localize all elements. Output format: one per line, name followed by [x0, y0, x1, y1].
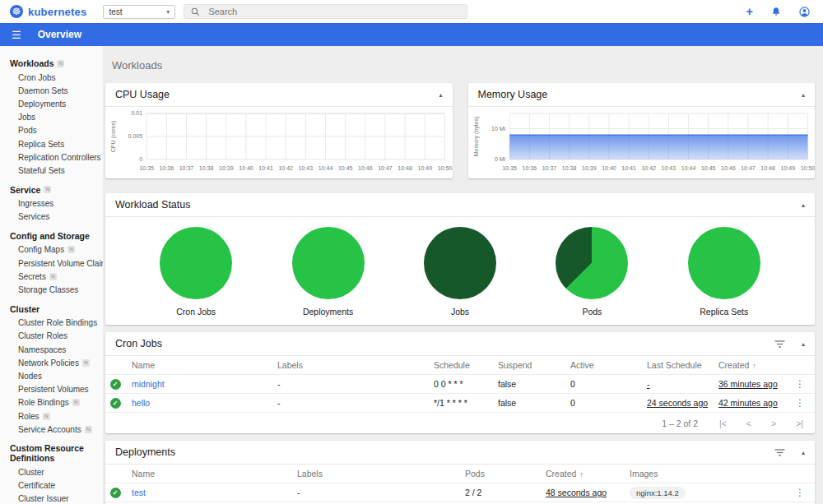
sidebar-item-ingresses[interactable]: Ingresses: [0, 197, 103, 210]
column-header-labels: Labels: [277, 360, 434, 370]
created-link[interactable]: 42 minutes ago: [718, 398, 778, 408]
pie-label: Cron Jobs: [176, 307, 216, 317]
sidebar-section-custom-resource-definitions[interactable]: Custom Resource Definitions: [0, 440, 103, 465]
sidebar-section-workloads[interactable]: WorkloadsN: [0, 55, 103, 71]
column-header-created[interactable]: Created↑: [718, 360, 792, 370]
sidebar-item-cluster-role-bindings[interactable]: Cluster Role Bindings: [0, 317, 103, 330]
sidebar-item-service-accounts[interactable]: Service AccountsN: [0, 423, 103, 436]
collapse-caret-icon[interactable]: ▴: [802, 340, 805, 348]
menu-hamburger-icon[interactable]: ☰: [12, 30, 21, 40]
svg-text:10:43: 10:43: [661, 165, 676, 171]
prev-page-button[interactable]: <: [746, 418, 751, 428]
row-menu-button[interactable]: ⋮: [792, 397, 815, 409]
sidebar-item-namespaces[interactable]: Namespaces: [0, 343, 103, 356]
last_schedule-link[interactable]: -: [647, 379, 650, 389]
sidebar-item-persistent-volumes[interactable]: Persistent Volumes: [0, 383, 103, 396]
collapse-caret-icon[interactable]: ▴: [439, 91, 442, 99]
sidebar-item-roles[interactable]: RolesN: [0, 409, 103, 423]
notifications-bell-icon[interactable]: [771, 7, 781, 17]
sidebar-item-network-policies[interactable]: Network PoliciesN: [0, 356, 103, 369]
sidebar-section-config-and-storage[interactable]: Config and Storage: [0, 228, 103, 243]
created-link[interactable]: 48 seconds ago: [546, 488, 607, 497]
sort-ascending-icon: ↑: [579, 470, 584, 479]
namespace-select[interactable]: test ▾: [103, 5, 175, 19]
pie-chart: [688, 227, 760, 299]
sidebar-item-daemon-sets[interactable]: Daemon Sets: [0, 84, 103, 97]
svg-text:Memory (bytes): Memory (bytes): [473, 117, 480, 157]
sidebar-item-certificate[interactable]: Certificate: [0, 479, 103, 492]
search-icon: [191, 7, 200, 16]
sidebar-item-cluster[interactable]: Cluster: [0, 465, 103, 479]
sidebar-item-cluster-issuer[interactable]: Cluster Issuer: [0, 492, 103, 504]
svg-text:10:50: 10:50: [438, 165, 453, 171]
row-menu-button[interactable]: ⋮: [792, 378, 815, 390]
column-header-created[interactable]: Created↑: [546, 469, 630, 479]
sidebar-item-persistent-volume-claims[interactable]: Persistent Volume ClaimsN: [0, 257, 103, 270]
sidebar-item-cluster-roles[interactable]: Cluster Roles: [0, 330, 103, 343]
filter-icon[interactable]: [774, 340, 785, 348]
suspend-cell: false: [498, 379, 570, 389]
kubernetes-logo[interactable]: ☸ kubernetes: [0, 5, 86, 18]
table-header-row: NameLabelsPodsCreated↑Images: [105, 465, 815, 483]
last_schedule-link[interactable]: 24 seconds ago: [647, 398, 708, 408]
pie-label: Replica Sets: [700, 307, 748, 317]
column-header-name: Name: [132, 469, 297, 479]
active-cell: 0: [570, 398, 647, 408]
last-page-button[interactable]: >|: [796, 418, 803, 428]
sidebar-item-replica-sets[interactable]: Replica Sets: [0, 137, 103, 150]
created-cell: 48 seconds ago: [546, 488, 630, 497]
resource-name-link[interactable]: midnight: [132, 379, 165, 389]
next-page-button[interactable]: >: [771, 418, 776, 428]
main-content: Workloads CPU Usage ▴ 00.0050.0110:3510:…: [103, 46, 823, 504]
svg-text:10:41: 10:41: [621, 165, 636, 171]
sidebar-item-replication-controllers[interactable]: Replication Controllers: [0, 150, 103, 164]
status-cell: ✓: [105, 488, 132, 498]
sidebar-item-role-bindings[interactable]: Role BindingsN: [0, 396, 103, 409]
sidebar-item-config-maps[interactable]: Config MapsN: [0, 243, 103, 257]
namespaced-badge: N: [44, 186, 51, 193]
cpu-usage-chart: 00.0050.0110:3510:3610:3710:3810:3910:40…: [105, 109, 453, 178]
sidebar-item-deployments[interactable]: Deployments: [0, 97, 103, 110]
sidebar-item-pods[interactable]: Pods: [0, 124, 103, 137]
svg-text:10:50: 10:50: [800, 165, 815, 171]
sidebar-item-secrets[interactable]: SecretsN: [0, 270, 103, 283]
svg-text:10:36: 10:36: [522, 165, 537, 171]
sidebar-item-services[interactable]: Services: [0, 210, 103, 224]
sidebar-item-cron-jobs[interactable]: Cron Jobs: [0, 71, 103, 84]
sidebar-item-jobs[interactable]: Jobs: [0, 111, 103, 124]
filter-icon[interactable]: [774, 449, 785, 456]
pods-cell: 2 / 2: [465, 488, 546, 497]
svg-text:10:47: 10:47: [741, 165, 756, 171]
chevron-down-icon: ▾: [166, 8, 170, 16]
sidebar-item-storage-classes[interactable]: Storage Classes: [0, 283, 103, 296]
collapse-caret-icon[interactable]: ▴: [802, 91, 805, 99]
collapse-caret-icon[interactable]: ▴: [802, 449, 805, 456]
resource-name-link[interactable]: hello: [132, 398, 150, 408]
row-menu-button[interactable]: ⋮: [792, 487, 815, 498]
search-bar[interactable]: [184, 4, 467, 19]
svg-text:10:40: 10:40: [602, 165, 616, 171]
sidebar-item-nodes[interactable]: Nodes: [0, 369, 103, 382]
workload-status-title: Workload Status: [115, 199, 190, 210]
svg-text:10:44: 10:44: [319, 165, 333, 171]
created-cell: 36 minutes ago: [718, 379, 792, 389]
sidebar-section-cluster[interactable]: Cluster: [0, 301, 103, 317]
svg-text:10:43: 10:43: [299, 165, 314, 171]
sidebar-item-stateful-sets[interactable]: Stateful Sets: [0, 164, 103, 177]
cpu-usage-title: CPU Usage: [115, 89, 170, 100]
namespaced-badge: N: [67, 246, 75, 253]
workload-pie-replica-sets: Replica Sets: [675, 227, 774, 317]
sidebar-section-service[interactable]: ServiceN: [0, 182, 103, 197]
collapse-caret-icon[interactable]: ▴: [802, 201, 805, 209]
section-title: Workloads: [105, 51, 815, 83]
table-row: ✓hello-*/1 * * * *false024 seconds ago42…: [105, 393, 815, 412]
created-link[interactable]: 36 minutes ago: [718, 379, 778, 389]
user-account-icon[interactable]: [799, 7, 810, 17]
first-page-button[interactable]: |<: [719, 418, 727, 428]
resource-name-link[interactable]: test: [132, 488, 146, 497]
svg-text:0.01: 0.01: [132, 111, 143, 117]
namespaced-badge: N: [85, 426, 92, 433]
create-resource-button[interactable]: +: [746, 6, 753, 17]
search-input[interactable]: [208, 7, 460, 16]
svg-text:10:38: 10:38: [199, 165, 214, 171]
